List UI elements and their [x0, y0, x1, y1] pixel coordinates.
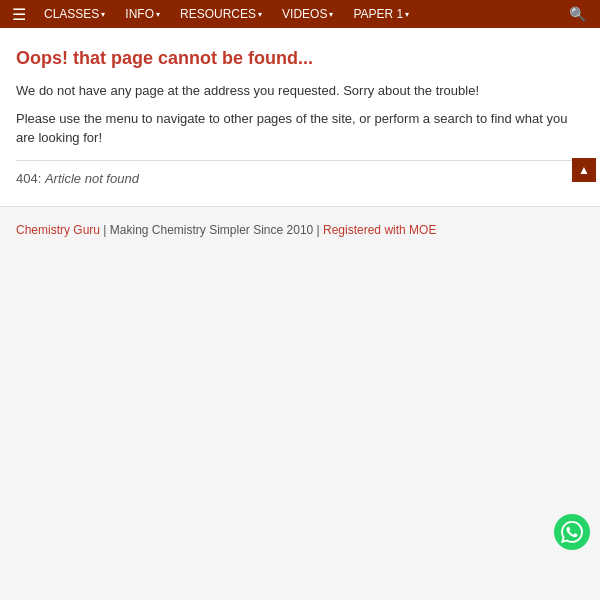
nav-item-resources[interactable]: RESOURCES ▾ — [170, 0, 272, 28]
footer: Chemistry Guru | Making Chemistry Simple… — [0, 207, 600, 253]
search-icon[interactable]: 🔍 — [559, 6, 596, 22]
error-nav-message: Please use the menu to navigate to other… — [16, 109, 584, 148]
nav-item-videos-label: VIDEOS — [282, 7, 327, 21]
error-code-label: 404: — [16, 171, 41, 186]
whatsapp-button[interactable] — [554, 514, 590, 550]
error-code: 404: Article not found — [16, 160, 584, 186]
error-description: We do not have any page at the address y… — [16, 81, 584, 101]
nav-item-classes-label: CLASSES — [44, 7, 99, 21]
scroll-to-top-button[interactable]: ▲ — [572, 158, 596, 182]
error-code-text: Article not found — [45, 171, 139, 186]
nav-item-info-arrow: ▾ — [156, 10, 160, 19]
nav-item-info-label: INFO — [125, 7, 154, 21]
navbar: ☰ CLASSES ▾ INFO ▾ RESOURCES ▾ VIDEOS ▾ … — [0, 0, 600, 28]
nav-item-resources-arrow: ▾ — [258, 10, 262, 19]
navbar-toggle-icon[interactable]: ☰ — [4, 5, 34, 24]
footer-tagline: | Making Chemistry Simpler Since 2010 | — [100, 223, 323, 237]
main-content: Oops! that page cannot be found... We do… — [0, 28, 600, 207]
footer-registered-link[interactable]: Registered with MOE — [323, 223, 436, 237]
nav-item-paper1-arrow: ▾ — [405, 10, 409, 19]
nav-item-paper1-label: PAPER 1 — [353, 7, 403, 21]
footer-site-link[interactable]: Chemistry Guru — [16, 223, 100, 237]
nav-item-info[interactable]: INFO ▾ — [115, 0, 170, 28]
nav-item-resources-label: RESOURCES — [180, 7, 256, 21]
nav-item-classes-arrow: ▾ — [101, 10, 105, 19]
nav-item-paper1[interactable]: PAPER 1 ▾ — [343, 0, 419, 28]
nav-item-classes[interactable]: CLASSES ▾ — [34, 0, 115, 28]
error-title: Oops! that page cannot be found... — [16, 48, 584, 69]
nav-item-videos[interactable]: VIDEOS ▾ — [272, 0, 343, 28]
nav-item-videos-arrow: ▾ — [329, 10, 333, 19]
whatsapp-icon — [561, 521, 583, 543]
nav-items: CLASSES ▾ INFO ▾ RESOURCES ▾ VIDEOS ▾ PA… — [34, 0, 559, 28]
